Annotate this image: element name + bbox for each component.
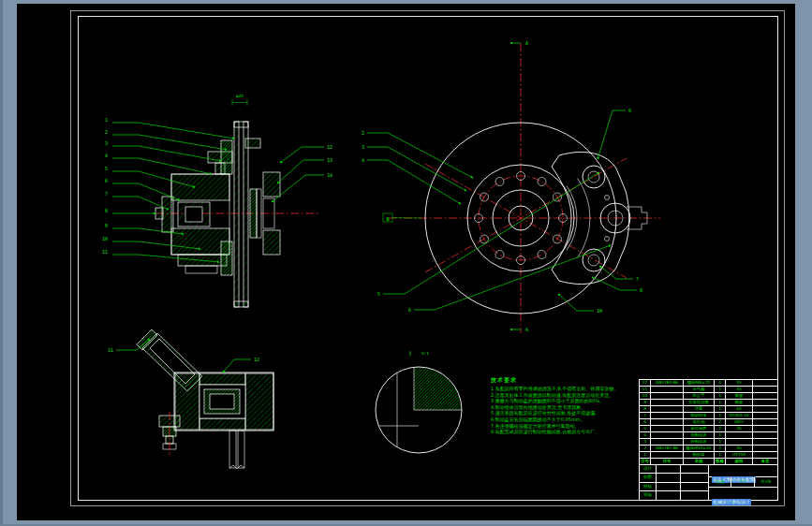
bom-header-row: 序号代号名称数量材料备注 (640, 459, 777, 465)
info-label: 校核 (640, 483, 657, 491)
balloon-number: 7 (105, 191, 108, 197)
bom-cell: 螺栓M10×35 (684, 446, 715, 452)
balloon-number: 6 (408, 307, 411, 313)
bom-cell: 1 (640, 452, 651, 459)
balloon-number: 9 (628, 108, 631, 113)
bom-row: 6导向销240Cr (640, 419, 777, 426)
bom-cell (651, 406, 684, 413)
bom-cell (753, 419, 777, 426)
info-label: 审核 (640, 491, 657, 500)
bom-cell (651, 432, 684, 439)
bom-cell: 35 (726, 426, 753, 432)
balloon-number: 7 (636, 276, 639, 282)
tech-notes-title: 技术要求 (491, 376, 633, 385)
info-cell-empty (681, 465, 709, 474)
bom-cell: 制动盘 (684, 452, 715, 459)
bom-row: 9矩形密封圈1橡胶 (640, 400, 777, 406)
dimension: φ22 (232, 94, 247, 106)
bom-cell: 2 (640, 446, 651, 452)
section-label: A (525, 40, 528, 46)
balloon-number: 6 (105, 178, 108, 183)
bom-cell: 1 (715, 387, 726, 393)
bom-cell: 橡胶 (726, 400, 753, 406)
tech-notes-line: 2.活塞及缸体工作表面涂以制动液,装配后活塞运动应灵活。 (491, 392, 633, 399)
bom-cell: 1 (715, 393, 726, 400)
scale-value: 1:2 (731, 477, 754, 487)
bom-cell (753, 446, 777, 452)
bom-row: 10防尘罩1橡胶 (640, 393, 777, 400)
bom-cell (753, 413, 777, 419)
bom-cell: 2 (715, 446, 726, 452)
bom-cell (651, 413, 684, 419)
datum-label: B (386, 216, 389, 222)
bom-cell: 5 (640, 426, 651, 432)
organization: 机械设计课程设计 (712, 499, 751, 505)
bom-row: 12GB5783-86螺栓M8×20435 (640, 380, 777, 387)
balloon-number: 11 (102, 249, 108, 255)
bottom-section-view: 11 12 (108, 329, 273, 469)
caliper-fingers-section (245, 139, 280, 255)
bom-cell (753, 387, 777, 393)
info-cell-empty (657, 491, 681, 500)
bom-cell: 10 (640, 393, 651, 400)
bom-cell (753, 452, 777, 459)
drawing-title-cell: 前盘式制动器装配图 (709, 465, 777, 477)
tech-notes-line: 5.液压系统装配后应进行密封性试验,各处不得渗漏。 (491, 410, 633, 416)
section-label: A (525, 327, 528, 332)
bom-cell: 1 (715, 400, 726, 406)
bom-cell: 定位销套 (684, 426, 715, 432)
balloon-number: 12 (254, 357, 259, 362)
balloon-number: 3 (362, 144, 364, 150)
info-cell-empty (657, 474, 681, 482)
bom-cell: 1 (715, 452, 726, 459)
info-cell-empty (657, 465, 681, 474)
bom-row: 8活塞145 (640, 406, 777, 413)
balloon-number: 14 (327, 172, 332, 178)
info-cell-empty (681, 483, 709, 491)
bom-cell: 4 (640, 432, 651, 439)
bom-cell: 橡胶 (726, 393, 753, 400)
bom-cell (651, 426, 684, 432)
balloon-number: 8 (640, 287, 642, 293)
bom-cell: HT250 (726, 452, 753, 459)
title-block-info: 前盘式制动器装配图 比例 1:2 共1张 机械设计课程设计 设计 制图 校核 审… (640, 465, 777, 500)
bom-cell: GB5783-86 (651, 380, 684, 387)
bom-cell: 导向销 (684, 419, 715, 426)
bom-cell: 12 (640, 380, 651, 387)
bom-cell: 11 (640, 387, 651, 393)
bom-cell (753, 393, 777, 400)
balloon-number: 4 (105, 153, 108, 158)
bom-cell (651, 419, 684, 426)
bom-cell: 1 (715, 439, 726, 446)
bom-cell: 代号 (651, 459, 684, 465)
tech-notes-line: 6.制动盘安装后端面圆跳动不大于0.05mm。 (491, 416, 633, 423)
section-view: φ22 1 2 3 4 5 6 7 8 9 10 11 (102, 94, 332, 307)
bom-cell: 2 (715, 426, 726, 432)
bom-row: 7制动钳体1QT450-10 (640, 413, 777, 419)
bom-cell (753, 439, 777, 446)
bom-cell (726, 439, 753, 446)
bom-cell: 序号 (640, 459, 651, 465)
bom-cell: 数量 (715, 459, 726, 465)
bom-cell: 40Cr (726, 419, 753, 426)
bom-cell: 内制动块 (684, 432, 715, 439)
bom-cell: QT450-10 (726, 413, 753, 419)
bom-cell: 2 (715, 419, 726, 426)
bom-row: 2GB5782-86螺栓M10×35235 (640, 446, 777, 452)
detail-hatch (414, 367, 463, 410)
balloon-number: 2 (105, 129, 108, 135)
balloon-number: 12 (327, 144, 332, 150)
tech-notes-line: 4.制动钳体沿导向销滑动应灵活,无卡滞现象。 (491, 404, 633, 411)
bom-cell: 备注 (753, 459, 777, 465)
bom-cell: 8 (640, 406, 651, 413)
sheet-count: 共1张 (755, 477, 777, 487)
balloon-number: 10 (597, 308, 602, 314)
centerline (425, 164, 627, 278)
bom-cell: 制动钳体 (684, 413, 715, 419)
tech-notes-line: 8.装配完成后应进行制动性能试验,合格后方可出厂。 (491, 429, 633, 435)
bom-cell: 1 (715, 432, 726, 439)
detail-scale: 5:1 (421, 351, 429, 356)
bom-cell (753, 406, 777, 413)
tech-notes-line: 3.摩擦片与制动盘的接触面积不得小于其面积的80%。 (491, 398, 633, 404)
title-block-right: 前盘式制动器装配图 比例 1:2 共1张 机械设计课程设计 (709, 465, 777, 500)
